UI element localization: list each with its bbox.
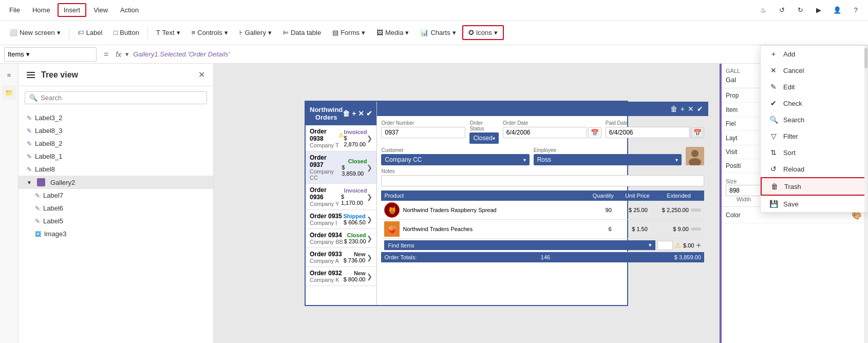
product-name-2: Northwind Traders Peaches	[403, 226, 580, 232]
dropdown-item-sort[interactable]: ⇅ Sort	[761, 144, 867, 161]
order-item-0932[interactable]: Order 0932 Company K New $ 800.00 ❯	[306, 267, 376, 286]
detail-add-icon[interactable]: +	[681, 105, 685, 113]
order-item-0934[interactable]: Order 0934 Company BB Closed $ 230.00 ❯	[306, 229, 376, 248]
product-handle-1[interactable]	[691, 208, 701, 212]
formula-fx-icon: fx	[116, 50, 121, 59]
sidebar-icon-layers[interactable]: ≡	[2, 68, 16, 82]
paid-calendar-icon[interactable]: 📅	[691, 127, 704, 138]
tree-item-label8-2[interactable]: ✎ Label8_2	[18, 137, 213, 150]
dropdown-item-reload[interactable]: ↺ Reload	[761, 161, 867, 177]
employee-label: Employee	[534, 147, 682, 153]
product-img-2: 🍑	[384, 221, 400, 237]
redo-icon[interactable]: ↻	[792, 2, 808, 18]
detail-check-icon[interactable]: ✔	[697, 105, 703, 113]
tree-item-label: Gallery2	[50, 179, 75, 186]
data-table-button[interactable]: ⊨ Data table	[278, 26, 326, 39]
order-item-0938[interactable]: Order 0938 ⚠ Company T Invoiced $ 2,870.…	[306, 125, 376, 151]
formula-dropdown[interactable]: Items ▾	[4, 47, 97, 62]
icons-button[interactable]: ✪ Icons ▾	[462, 25, 504, 40]
menu-insert[interactable]: Insert	[58, 3, 87, 17]
check-header-icon[interactable]: ✔	[366, 109, 372, 118]
dropdown-item-trash[interactable]: 🗑 Trash	[761, 177, 867, 196]
order-status-select[interactable]: Closed ▾	[469, 132, 498, 144]
menu-file[interactable]: File	[4, 4, 25, 16]
text-button[interactable]: T Text ▾	[151, 26, 185, 39]
search-input[interactable]	[41, 94, 202, 102]
formula-content[interactable]: Gallery1.Selected.'Order Details'	[133, 50, 864, 58]
detail-panel: 🗑 + ✕ ✔ Order Number Order Status	[377, 102, 708, 305]
dropdown-item-check[interactable]: ✔ Check	[761, 95, 867, 111]
menu-home[interactable]: Home	[27, 4, 55, 16]
menu-action[interactable]: Action	[115, 4, 144, 16]
notes-input[interactable]	[381, 175, 704, 186]
charts-button[interactable]: 📊 Charts ▾	[415, 26, 461, 39]
qty-add-input[interactable]	[657, 241, 673, 250]
tree-item-label8-3[interactable]: ✎ Label8_3	[18, 124, 213, 137]
find-items-chevron-icon: ▾	[649, 242, 652, 249]
stethoscope-icon[interactable]: ♨	[755, 2, 771, 18]
play-icon[interactable]: ▶	[810, 2, 827, 18]
dropdown-item-filter[interactable]: ▽ Filter	[761, 128, 867, 144]
dropdown-item-save[interactable]: 💾 Save	[761, 196, 867, 212]
main-area: ≡ 📁 Tree view ✕ 🔍 ✎ La	[0, 64, 868, 343]
media-button[interactable]: 🖼 Media ▾	[371, 26, 414, 39]
order-item-0935[interactable]: Order 0935 Company I Shipped $ 606.50 ❯	[306, 210, 376, 229]
help-icon[interactable]: ?	[847, 2, 864, 18]
button-button[interactable]: □ Button	[108, 26, 144, 39]
detail-trash-icon[interactable]: 🗑	[670, 105, 677, 113]
tree-item-gallery2[interactable]: ▼ Gallery2	[18, 176, 213, 189]
user-icon[interactable]: 👤	[829, 2, 845, 18]
order-right-0933: New $ 736.00	[344, 251, 366, 263]
menu-view[interactable]: View	[88, 4, 113, 16]
detail-close-icon[interactable]: ✕	[688, 105, 694, 113]
close-icon[interactable]: ✕	[198, 70, 205, 80]
order-company-0932: Company K	[310, 277, 342, 283]
find-items-select[interactable]: Find Items ▾	[384, 240, 655, 250]
icons-chevron-icon: ▾	[494, 29, 498, 36]
close-header-icon[interactable]: ✕	[358, 109, 364, 118]
trash-header-icon[interactable]: 🗑	[343, 109, 350, 118]
controls-button[interactable]: ≡ Controls ▾	[186, 26, 233, 39]
tree-item-label7[interactable]: ✎ Label7	[18, 189, 213, 202]
calendar-icon[interactable]: 📅	[588, 127, 601, 138]
dropdown-scrollbar-thumb[interactable]	[864, 48, 867, 68]
tree-item-image3[interactable]: 🖼 Image3	[18, 227, 213, 240]
dropdown-item-search[interactable]: 🔍 Search	[761, 111, 867, 128]
label-button[interactable]: 🏷 Label	[72, 26, 108, 39]
forms-button[interactable]: ▤ Forms ▾	[327, 26, 370, 39]
sidebar-icon-tree[interactable]: 📁	[2, 85, 16, 100]
order-item-0933[interactable]: Order 0933 Company A New $ 736.00 ❯	[306, 248, 376, 267]
order-date-input[interactable]	[503, 127, 587, 138]
order-info-0932: Order 0932 Company K	[310, 270, 342, 283]
tree-item-label5[interactable]: ✎ Label5	[18, 215, 213, 227]
button-icon: □	[114, 29, 118, 36]
customer-select[interactable]: Company CC ▾	[381, 154, 529, 165]
text-chevron-icon: ▾	[177, 29, 180, 36]
add-header-icon[interactable]: +	[352, 109, 356, 118]
dropdown-item-add[interactable]: + Add	[761, 46, 867, 62]
undo-icon[interactable]: ↺	[773, 2, 790, 18]
width-input[interactable]	[726, 185, 762, 196]
paid-date-input[interactable]	[606, 127, 690, 138]
gallery-item-icon	[37, 178, 45, 186]
field-prop-label: Fiel	[726, 120, 735, 127]
order-number-input[interactable]	[381, 127, 465, 138]
order-item-0937[interactable]: Order 0937 Company CC Closed $ 3,859.00 …	[306, 151, 376, 184]
dropdown-item-edit[interactable]: ✎ Edit	[761, 79, 867, 95]
gallery-button[interactable]: ⊦ Gallery ▾	[234, 26, 277, 39]
order-item-0936[interactable]: Order 0936 Company Y Invoiced $ 1,170.00…	[306, 184, 376, 210]
tree-item-label3-2[interactable]: ✎ Label3_2	[18, 111, 213, 124]
new-screen-icon: ⬜	[9, 29, 17, 36]
product-thumb-1: 🍯	[384, 202, 400, 218]
tree-search-box[interactable]: 🔍	[25, 91, 207, 104]
dropdown-item-cancel[interactable]: ✕ Cancel	[761, 62, 867, 79]
add-product-plus-icon[interactable]: +	[696, 241, 701, 250]
tree-item-label6[interactable]: ✎ Label6	[18, 202, 213, 215]
product-handle-2[interactable]	[691, 227, 701, 231]
order-date-group: Order Date 📅	[503, 120, 601, 144]
new-screen-button[interactable]: ⬜ New screen ▾	[4, 26, 66, 39]
tree-item-label8[interactable]: ✎ Label8	[18, 163, 213, 176]
tree-item-label8-1[interactable]: ✎ Label8_1	[18, 150, 213, 163]
hamburger-icon[interactable]	[27, 72, 35, 78]
employee-select[interactable]: Ross ▾	[534, 154, 682, 165]
